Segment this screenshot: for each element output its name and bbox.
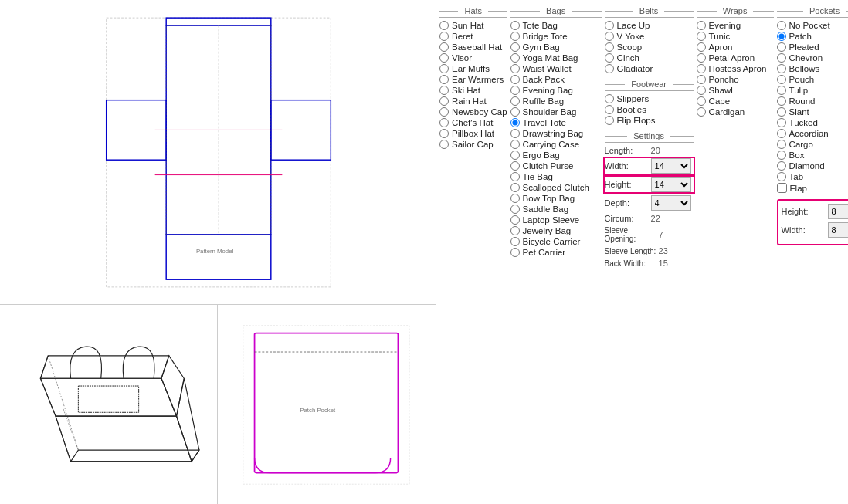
radio-pouch[interactable] [777,75,786,84]
radio-round[interactable] [777,96,786,106]
radio-item-cape[interactable]: Cape [697,96,774,106]
radio-cardigan[interactable] [697,107,706,117]
radio-item-bellows[interactable]: Bellows [777,64,848,73]
radio-bridge-tote[interactable] [510,32,520,41]
radio-item-poncho[interactable]: Poncho [697,75,774,84]
radio-sun-hat[interactable] [439,21,449,30]
radio-item-diamond[interactable]: Diamond [777,161,848,171]
radio-rain-hat[interactable] [439,96,449,106]
radio-item-gladiator[interactable]: Gladiator [605,64,694,73]
radio-bow-top-bag[interactable] [510,194,520,203]
radio-item-clutch-purse[interactable]: Clutch Purse [510,161,602,171]
radio-scoop[interactable] [605,42,614,52]
radio-item-evening-bag[interactable]: Evening Bag [510,86,602,95]
radio-item-tab[interactable]: Tab [777,172,848,181]
radio-item-beret[interactable]: Beret [439,32,507,41]
radio-clutch-purse[interactable] [510,161,520,171]
radio-item-no-pocket[interactable]: No Pocket [777,21,848,30]
depth-select[interactable]: 4268 [651,195,691,211]
radio-ear-warmers[interactable] [439,75,449,84]
radio-evening[interactable] [697,21,706,30]
radio-chevron[interactable] [777,53,786,63]
radio-item-hostess-apron[interactable]: Hostess Apron [697,64,774,73]
radio-waist-wallet[interactable] [510,64,520,73]
radio-tie-bag[interactable] [510,172,520,181]
radio-item-tucked[interactable]: Tucked [777,118,848,127]
radio-item-shawl[interactable]: Shawl [697,86,774,95]
radio-item-tote-bag[interactable]: Tote Bag [510,21,602,30]
radio-ear-muffs[interactable] [439,64,449,73]
radio-item-booties[interactable]: Booties [605,105,694,114]
radio-sailor-cap[interactable] [439,140,449,149]
radio-gym-bag[interactable] [510,42,520,52]
radio-item-tie-bag[interactable]: Tie Bag [510,172,602,181]
pocket-width-select[interactable]: 861012 [828,222,848,238]
radio-item-ear-muffs[interactable]: Ear Muffs [439,64,507,73]
radio-item-waist-wallet[interactable]: Waist Wallet [510,64,602,73]
radio-item-carrying-case[interactable]: Carrying Case [510,140,602,149]
radio-baseball-hat[interactable] [439,42,449,52]
radio-v-yoke[interactable] [605,32,614,41]
radio-item-bridge-tote[interactable]: Bridge Tote [510,32,602,41]
radio-tulip[interactable] [777,86,786,95]
radio-tab[interactable] [777,172,786,181]
radio-slant[interactable] [777,107,786,117]
radio-item-visor[interactable]: Visor [439,53,507,63]
radio-item-cinch[interactable]: Cinch [605,53,694,63]
radio-item-chefs-hat[interactable]: Chef's Hat [439,118,507,127]
radio-pet-carrier[interactable] [510,248,520,257]
radio-item-rain-hat[interactable]: Rain Hat [439,96,507,106]
radio-item-petal-apron[interactable]: Petal Apron [697,53,774,63]
radio-item-yoga-mat-bag[interactable]: Yoga Mat Bag [510,53,602,63]
radio-jewelry-bag[interactable] [510,226,520,235]
radio-bellows[interactable] [777,64,786,73]
radio-item-back-pack[interactable]: Back Pack [510,75,602,84]
flap-checkbox-item[interactable]: Flap [777,183,848,193]
radio-item-flip-flops[interactable]: Flip Flops [605,116,694,125]
pocket-width-row[interactable]: Width: 861012 [782,222,848,238]
radio-item-pouch[interactable]: Pouch [777,75,848,84]
radio-drawstring-bag[interactable] [510,129,520,138]
radio-petal-apron[interactable] [697,53,706,63]
radio-item-box[interactable]: Box [777,151,848,160]
radio-gladiator[interactable] [605,64,614,73]
radio-item-travel-tote[interactable]: Travel Tote [510,118,602,127]
radio-ruffle-bag[interactable] [510,96,520,106]
radio-item-slant[interactable]: Slant [777,107,848,117]
radio-shoulder-bag[interactable] [510,107,520,117]
height-row[interactable]: Height: 1412161820 [605,177,694,192]
radio-carrying-case[interactable] [510,140,520,149]
radio-travel-tote[interactable] [510,118,520,127]
radio-apron[interactable] [697,42,706,52]
radio-item-pillbox-hat[interactable]: Pillbox Hat [439,129,507,138]
width-select[interactable]: 1412161820 [651,158,691,174]
radio-item-sailor-cap[interactable]: Sailor Cap [439,140,507,149]
radio-item-pet-carrier[interactable]: Pet Carrier [510,248,602,257]
radio-item-apron[interactable]: Apron [697,42,774,52]
radio-lace-up[interactable] [605,21,614,30]
radio-box[interactable] [777,151,786,160]
radio-item-saddle-bag[interactable]: Saddle Bag [510,205,602,214]
radio-item-jewelry-bag[interactable]: Jewelry Bag [510,226,602,235]
radio-item-round[interactable]: Round [777,96,848,106]
radio-tucked[interactable] [777,118,786,127]
radio-item-patch[interactable]: Patch [777,32,848,41]
radio-cinch[interactable] [605,53,614,63]
radio-tote-bag[interactable] [510,21,520,30]
radio-newsboy-cap[interactable] [439,107,449,117]
flap-checkbox[interactable] [777,183,787,193]
radio-booties[interactable] [605,105,614,114]
radio-item-ski-hat[interactable]: Ski Hat [439,86,507,95]
radio-laptop-sleeve[interactable] [510,215,520,225]
radio-accordian[interactable] [777,129,786,138]
radio-item-chevron[interactable]: Chevron [777,53,848,63]
radio-slippers[interactable] [605,94,614,103]
radio-item-tunic[interactable]: Tunic [697,32,774,41]
radio-bicycle-carrier[interactable] [510,237,520,246]
radio-item-ruffle-bag[interactable]: Ruffle Bag [510,96,602,106]
radio-cape[interactable] [697,96,706,106]
pocket-height-row[interactable]: Height: 861012 [782,204,848,219]
radio-yoga-mat-bag[interactable] [510,53,520,63]
radio-item-ergo-bag[interactable]: Ergo Bag [510,151,602,160]
height-select[interactable]: 1412161820 [651,177,691,192]
